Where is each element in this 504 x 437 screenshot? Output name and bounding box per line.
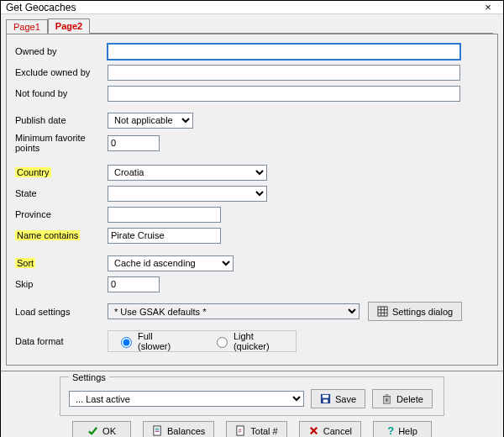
skip-input[interactable]: [108, 276, 160, 292]
check-icon: [87, 425, 98, 436]
cancel-button[interactable]: Cancel: [299, 421, 361, 437]
balances-button[interactable]: Balances: [143, 421, 214, 437]
tab-page2[interactable]: Page2: [48, 18, 90, 34]
label-publish-date: Publish date: [15, 115, 108, 125]
owned-by-input[interactable]: [108, 44, 460, 60]
min-fav-input[interactable]: [108, 135, 160, 151]
publish-date-select[interactable]: Not applicable: [108, 113, 193, 129]
window: Get Geocaches × Page1 Page2 Owned by Exc…: [0, 0, 504, 437]
province-input[interactable]: [108, 207, 221, 223]
radio-light-input[interactable]: [217, 337, 228, 348]
name-contains-input[interactable]: [108, 228, 221, 244]
label-sort: Sort: [15, 258, 35, 268]
ok-button[interactable]: OK: [72, 421, 131, 437]
bottom-bar: Settings ... Last active Save Delete: [1, 371, 503, 437]
settings-dialog-button[interactable]: Settings dialog: [368, 302, 462, 321]
total-label: Total #: [250, 426, 277, 436]
label-data-format: Data format: [15, 336, 108, 346]
settings-legend: Settings: [69, 372, 109, 382]
exclude-owned-by-input[interactable]: [108, 65, 460, 81]
radio-full[interactable]: Full (slower): [117, 331, 184, 351]
x-icon: [308, 425, 319, 436]
tabstrip: Page1 Page2: [1, 14, 503, 34]
settings-fieldset: Settings ... Last active Save Delete: [60, 376, 444, 416]
svg-rect-14: [154, 426, 160, 435]
sort-select[interactable]: Cache id ascending: [108, 255, 234, 271]
svg-rect-6: [323, 395, 328, 398]
balances-icon: [152, 425, 163, 436]
total-button[interactable]: # Total #: [226, 421, 286, 437]
label-province: Province: [15, 209, 108, 219]
data-format-group: Full (slower) Light (quicker): [108, 330, 297, 352]
radio-light-label: Light (quicker): [234, 331, 287, 351]
ok-label: OK: [102, 426, 116, 436]
tab-page1[interactable]: Page1: [6, 19, 48, 34]
label-not-found-by: Not found by: [15, 88, 108, 98]
form-panel: Owned by Exclude owned by Not found by P…: [6, 34, 498, 366]
label-owned-by: Owned by: [15, 46, 108, 56]
delete-label: Delete: [396, 394, 423, 404]
radio-full-input[interactable]: [121, 337, 132, 348]
radio-light[interactable]: Light (quicker): [213, 331, 287, 351]
not-found-by-input[interactable]: [108, 86, 460, 102]
country-select[interactable]: Croatia: [108, 165, 267, 181]
titlebar: Get Geocaches ×: [1, 1, 503, 14]
delete-button[interactable]: Delete: [372, 389, 433, 408]
balances-label: Balances: [167, 426, 205, 436]
svg-text:#: #: [239, 428, 242, 434]
label-name-contains: Name contains: [15, 230, 80, 240]
close-icon[interactable]: ×: [476, 1, 500, 13]
save-label: Save: [335, 394, 356, 404]
save-icon: [320, 393, 331, 404]
dialog-button-row: OK Balances # Total # Cancel ? Help: [9, 421, 495, 437]
label-skip: Skip: [15, 279, 108, 289]
svg-rect-7: [323, 400, 328, 403]
help-label: Help: [398, 426, 417, 436]
trash-icon: [381, 393, 392, 404]
settings-select[interactable]: ... Last active: [69, 391, 304, 407]
question-icon: ?: [387, 425, 394, 436]
svg-rect-0: [378, 307, 387, 316]
total-icon: #: [235, 425, 246, 436]
cancel-label: Cancel: [323, 426, 352, 436]
radio-full-label: Full (slower): [138, 331, 184, 351]
save-button[interactable]: Save: [311, 389, 365, 408]
grid-settings-icon: [377, 306, 388, 317]
label-country: Country: [15, 167, 51, 177]
label-load-settings: Load settings: [15, 307, 108, 317]
settings-dialog-label: Settings dialog: [392, 307, 453, 317]
label-exclude-owned-by: Exclude owned by: [15, 67, 108, 77]
load-settings-select[interactable]: * Use GSAK defaults *: [108, 303, 360, 319]
state-select[interactable]: [108, 186, 267, 202]
help-button[interactable]: ? Help: [373, 421, 432, 437]
label-min-fav: Minimum favorite points: [15, 133, 108, 153]
label-state: State: [15, 188, 108, 198]
window-title: Get Geocaches: [6, 2, 76, 13]
